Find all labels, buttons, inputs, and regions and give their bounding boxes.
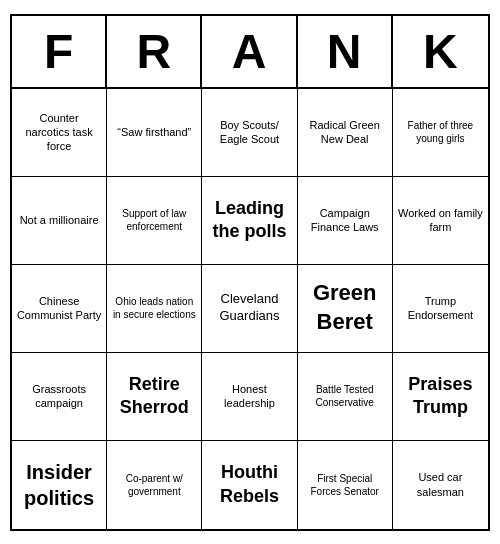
bingo-cell-1: “Saw firsthand”: [107, 89, 202, 177]
bingo-header: F R A N K: [12, 16, 488, 89]
bingo-cell-18: Battle Tested Conservative: [298, 353, 393, 441]
bingo-cell-6: Support of law enforcement: [107, 177, 202, 265]
bingo-card: F R A N K Counter narcotics task force“S…: [10, 14, 490, 531]
bingo-cell-10: Chinese Communist Party: [12, 265, 107, 353]
bingo-cell-3: Radical Green New Deal: [298, 89, 393, 177]
bingo-cell-21: Co-parent w/ government: [107, 441, 202, 529]
bingo-cell-7: Leading the polls: [202, 177, 297, 265]
bingo-cell-15: Grassroots campaign: [12, 353, 107, 441]
bingo-cell-12: Cleveland Guardians: [202, 265, 297, 353]
header-k: K: [393, 16, 488, 87]
header-r: R: [107, 16, 202, 87]
bingo-cell-0: Counter narcotics task force: [12, 89, 107, 177]
bingo-cell-14: Trump Endorsement: [393, 265, 488, 353]
bingo-cell-13: Green Beret: [298, 265, 393, 353]
bingo-cell-19: Praises Trump: [393, 353, 488, 441]
bingo-cell-9: Worked on family farm: [393, 177, 488, 265]
bingo-cell-8: Campaign Finance Laws: [298, 177, 393, 265]
bingo-cell-17: Honest leadership: [202, 353, 297, 441]
bingo-cell-5: Not a millionaire: [12, 177, 107, 265]
bingo-cell-16: Retire Sherrod: [107, 353, 202, 441]
bingo-cell-24: Used car salesman: [393, 441, 488, 529]
bingo-cell-23: First Special Forces Senator: [298, 441, 393, 529]
bingo-cell-22: Houthi Rebels: [202, 441, 297, 529]
bingo-cell-4: Father of three young girls: [393, 89, 488, 177]
bingo-cell-20: Insider politics: [12, 441, 107, 529]
bingo-cell-11: Ohio leads nation in secure elections: [107, 265, 202, 353]
bingo-grid: Counter narcotics task force“Saw firstha…: [12, 89, 488, 529]
bingo-cell-2: Boy Scouts/ Eagle Scout: [202, 89, 297, 177]
header-f: F: [12, 16, 107, 87]
header-a: A: [202, 16, 297, 87]
header-n: N: [298, 16, 393, 87]
